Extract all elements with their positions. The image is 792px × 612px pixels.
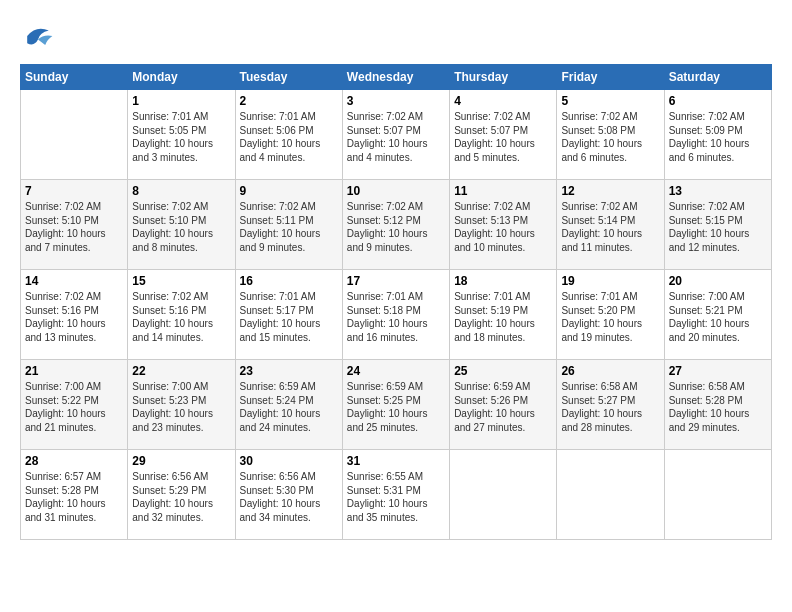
day-info: Sunrise: 6:56 AM Sunset: 5:30 PM Dayligh… [240, 470, 338, 524]
day-number: 3 [347, 94, 445, 108]
day-number: 9 [240, 184, 338, 198]
page: SundayMondayTuesdayWednesdayThursdayFrid… [0, 0, 792, 552]
calendar-cell: 28Sunrise: 6:57 AM Sunset: 5:28 PM Dayli… [21, 450, 128, 540]
week-row-0: 1Sunrise: 7:01 AM Sunset: 5:05 PM Daylig… [21, 90, 772, 180]
calendar-cell: 8Sunrise: 7:02 AM Sunset: 5:10 PM Daylig… [128, 180, 235, 270]
day-number: 31 [347, 454, 445, 468]
day-number: 22 [132, 364, 230, 378]
calendar-cell: 13Sunrise: 7:02 AM Sunset: 5:15 PM Dayli… [664, 180, 771, 270]
day-info: Sunrise: 7:02 AM Sunset: 5:12 PM Dayligh… [347, 200, 445, 254]
day-info: Sunrise: 7:02 AM Sunset: 5:10 PM Dayligh… [25, 200, 123, 254]
calendar-cell: 17Sunrise: 7:01 AM Sunset: 5:18 PM Dayli… [342, 270, 449, 360]
day-number: 25 [454, 364, 552, 378]
logo-icon [20, 18, 56, 54]
day-number: 30 [240, 454, 338, 468]
day-info: Sunrise: 7:02 AM Sunset: 5:10 PM Dayligh… [132, 200, 230, 254]
day-info: Sunrise: 7:01 AM Sunset: 5:06 PM Dayligh… [240, 110, 338, 164]
header-row: SundayMondayTuesdayWednesdayThursdayFrid… [21, 65, 772, 90]
day-info: Sunrise: 6:58 AM Sunset: 5:27 PM Dayligh… [561, 380, 659, 434]
day-info: Sunrise: 7:01 AM Sunset: 5:18 PM Dayligh… [347, 290, 445, 344]
day-info: Sunrise: 7:01 AM Sunset: 5:05 PM Dayligh… [132, 110, 230, 164]
calendar-cell: 2Sunrise: 7:01 AM Sunset: 5:06 PM Daylig… [235, 90, 342, 180]
header [20, 18, 772, 54]
calendar-cell: 22Sunrise: 7:00 AM Sunset: 5:23 PM Dayli… [128, 360, 235, 450]
day-number: 10 [347, 184, 445, 198]
day-info: Sunrise: 7:00 AM Sunset: 5:23 PM Dayligh… [132, 380, 230, 434]
day-info: Sunrise: 7:01 AM Sunset: 5:19 PM Dayligh… [454, 290, 552, 344]
calendar-cell: 16Sunrise: 7:01 AM Sunset: 5:17 PM Dayli… [235, 270, 342, 360]
day-info: Sunrise: 7:02 AM Sunset: 5:09 PM Dayligh… [669, 110, 767, 164]
day-number: 7 [25, 184, 123, 198]
header-day-saturday: Saturday [664, 65, 771, 90]
day-number: 13 [669, 184, 767, 198]
calendar-cell: 31Sunrise: 6:55 AM Sunset: 5:31 PM Dayli… [342, 450, 449, 540]
day-number: 26 [561, 364, 659, 378]
calendar-cell: 14Sunrise: 7:02 AM Sunset: 5:16 PM Dayli… [21, 270, 128, 360]
calendar-cell: 27Sunrise: 6:58 AM Sunset: 5:28 PM Dayli… [664, 360, 771, 450]
calendar-table: SundayMondayTuesdayWednesdayThursdayFrid… [20, 64, 772, 540]
calendar-cell: 21Sunrise: 7:00 AM Sunset: 5:22 PM Dayli… [21, 360, 128, 450]
week-row-1: 7Sunrise: 7:02 AM Sunset: 5:10 PM Daylig… [21, 180, 772, 270]
day-info: Sunrise: 6:57 AM Sunset: 5:28 PM Dayligh… [25, 470, 123, 524]
day-number: 18 [454, 274, 552, 288]
day-number: 23 [240, 364, 338, 378]
calendar-cell: 3Sunrise: 7:02 AM Sunset: 5:07 PM Daylig… [342, 90, 449, 180]
header-day-wednesday: Wednesday [342, 65, 449, 90]
day-info: Sunrise: 7:02 AM Sunset: 5:14 PM Dayligh… [561, 200, 659, 254]
day-number: 6 [669, 94, 767, 108]
calendar-cell: 9Sunrise: 7:02 AM Sunset: 5:11 PM Daylig… [235, 180, 342, 270]
calendar-cell: 1Sunrise: 7:01 AM Sunset: 5:05 PM Daylig… [128, 90, 235, 180]
calendar-cell: 5Sunrise: 7:02 AM Sunset: 5:08 PM Daylig… [557, 90, 664, 180]
day-number: 4 [454, 94, 552, 108]
calendar-cell: 25Sunrise: 6:59 AM Sunset: 5:26 PM Dayli… [450, 360, 557, 450]
calendar-cell: 23Sunrise: 6:59 AM Sunset: 5:24 PM Dayli… [235, 360, 342, 450]
calendar-cell: 26Sunrise: 6:58 AM Sunset: 5:27 PM Dayli… [557, 360, 664, 450]
calendar-cell [664, 450, 771, 540]
day-info: Sunrise: 6:59 AM Sunset: 5:26 PM Dayligh… [454, 380, 552, 434]
day-info: Sunrise: 7:02 AM Sunset: 5:07 PM Dayligh… [347, 110, 445, 164]
calendar-cell: 4Sunrise: 7:02 AM Sunset: 5:07 PM Daylig… [450, 90, 557, 180]
day-info: Sunrise: 6:59 AM Sunset: 5:25 PM Dayligh… [347, 380, 445, 434]
calendar-cell: 30Sunrise: 6:56 AM Sunset: 5:30 PM Dayli… [235, 450, 342, 540]
calendar-cell: 12Sunrise: 7:02 AM Sunset: 5:14 PM Dayli… [557, 180, 664, 270]
day-number: 15 [132, 274, 230, 288]
day-number: 5 [561, 94, 659, 108]
day-number: 12 [561, 184, 659, 198]
calendar-cell [450, 450, 557, 540]
day-info: Sunrise: 7:02 AM Sunset: 5:11 PM Dayligh… [240, 200, 338, 254]
day-number: 11 [454, 184, 552, 198]
calendar-cell: 6Sunrise: 7:02 AM Sunset: 5:09 PM Daylig… [664, 90, 771, 180]
day-number: 16 [240, 274, 338, 288]
day-info: Sunrise: 7:02 AM Sunset: 5:16 PM Dayligh… [132, 290, 230, 344]
day-info: Sunrise: 7:01 AM Sunset: 5:20 PM Dayligh… [561, 290, 659, 344]
day-info: Sunrise: 7:02 AM Sunset: 5:15 PM Dayligh… [669, 200, 767, 254]
day-info: Sunrise: 7:02 AM Sunset: 5:07 PM Dayligh… [454, 110, 552, 164]
calendar-cell: 19Sunrise: 7:01 AM Sunset: 5:20 PM Dayli… [557, 270, 664, 360]
calendar-cell: 18Sunrise: 7:01 AM Sunset: 5:19 PM Dayli… [450, 270, 557, 360]
day-number: 29 [132, 454, 230, 468]
day-number: 20 [669, 274, 767, 288]
calendar-cell: 11Sunrise: 7:02 AM Sunset: 5:13 PM Dayli… [450, 180, 557, 270]
header-day-friday: Friday [557, 65, 664, 90]
week-row-3: 21Sunrise: 7:00 AM Sunset: 5:22 PM Dayli… [21, 360, 772, 450]
day-info: Sunrise: 7:00 AM Sunset: 5:21 PM Dayligh… [669, 290, 767, 344]
calendar-cell: 10Sunrise: 7:02 AM Sunset: 5:12 PM Dayli… [342, 180, 449, 270]
day-number: 28 [25, 454, 123, 468]
day-info: Sunrise: 7:02 AM Sunset: 5:08 PM Dayligh… [561, 110, 659, 164]
calendar-cell: 20Sunrise: 7:00 AM Sunset: 5:21 PM Dayli… [664, 270, 771, 360]
day-number: 8 [132, 184, 230, 198]
header-day-thursday: Thursday [450, 65, 557, 90]
day-info: Sunrise: 6:56 AM Sunset: 5:29 PM Dayligh… [132, 470, 230, 524]
day-info: Sunrise: 6:55 AM Sunset: 5:31 PM Dayligh… [347, 470, 445, 524]
calendar-cell: 29Sunrise: 6:56 AM Sunset: 5:29 PM Dayli… [128, 450, 235, 540]
week-row-2: 14Sunrise: 7:02 AM Sunset: 5:16 PM Dayli… [21, 270, 772, 360]
calendar-cell [557, 450, 664, 540]
header-day-monday: Monday [128, 65, 235, 90]
calendar-cell: 24Sunrise: 6:59 AM Sunset: 5:25 PM Dayli… [342, 360, 449, 450]
day-info: Sunrise: 7:00 AM Sunset: 5:22 PM Dayligh… [25, 380, 123, 434]
calendar-cell [21, 90, 128, 180]
day-number: 27 [669, 364, 767, 378]
calendar-cell: 7Sunrise: 7:02 AM Sunset: 5:10 PM Daylig… [21, 180, 128, 270]
day-number: 21 [25, 364, 123, 378]
day-info: Sunrise: 6:59 AM Sunset: 5:24 PM Dayligh… [240, 380, 338, 434]
